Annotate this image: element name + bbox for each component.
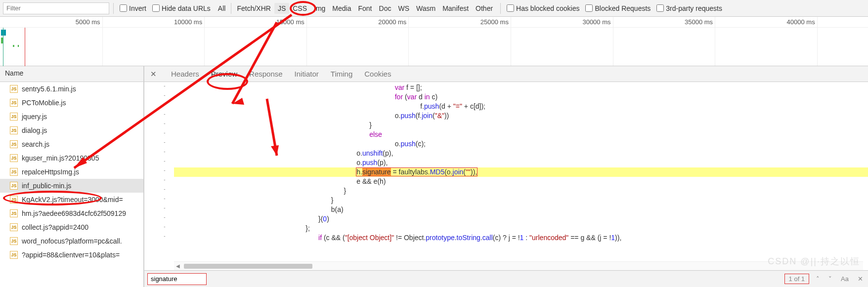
preview-code-area[interactable]: ----------------- var f = []; for (var d… xyxy=(144,82,868,270)
type-filter-doc[interactable]: Doc xyxy=(376,3,395,14)
search-count: 1 of 1 xyxy=(784,274,810,284)
js-file-icon: JS xyxy=(10,237,18,245)
fold-icon[interactable]: - xyxy=(162,167,168,173)
request-name: dialog.js xyxy=(22,126,47,134)
request-row[interactable]: JSjquery.js xyxy=(0,110,143,123)
fold-icon[interactable]: - xyxy=(162,158,168,164)
fold-icon[interactable]: - xyxy=(162,102,168,107)
request-row[interactable]: JSword_nofocus?platform=pc&call. xyxy=(0,234,143,248)
fold-icon[interactable]: - xyxy=(162,214,168,220)
close-icon[interactable]: ✕ xyxy=(147,68,159,80)
request-row[interactable]: JSkguser_min.js?20190305 xyxy=(0,151,143,165)
fold-icon[interactable]: - xyxy=(162,121,168,126)
js-file-icon: JS xyxy=(10,223,18,231)
code-line: else xyxy=(174,130,868,139)
js-file-icon: JS xyxy=(10,154,18,162)
request-row[interactable]: JSdialog.js xyxy=(0,123,143,137)
tick-label: 35000 ms xyxy=(685,18,715,26)
request-name: inf_public-min.js xyxy=(22,182,71,190)
fold-icon[interactable]: - xyxy=(162,186,168,192)
type-filter-font[interactable]: Font xyxy=(355,3,376,14)
watermark: CSDN @||·持之以恒 xyxy=(768,255,860,267)
tab-initiator[interactable]: Initiator xyxy=(289,67,325,81)
hide-urls-label: Hide data URLs xyxy=(162,4,211,12)
type-filter-media[interactable]: Media xyxy=(329,3,354,14)
js-file-icon: JS xyxy=(10,113,18,121)
request-row[interactable]: JSrepalceHttpsImg.js xyxy=(0,165,143,179)
type-filter-manifest[interactable]: Manifest xyxy=(439,3,472,14)
separator xyxy=(113,3,114,14)
timeline-overview[interactable]: 5000 ms10000 ms15000 ms20000 ms25000 ms3… xyxy=(0,17,868,66)
type-filter-fetchxhr[interactable]: Fetch/XHR xyxy=(233,3,274,14)
search-prev-icon[interactable]: ˄ xyxy=(814,274,822,284)
invert-checkbox[interactable]: Invert xyxy=(118,4,148,12)
request-name: hm.js?aedee6983d4cfc62f509129 xyxy=(22,209,126,217)
request-row[interactable]: JSPCToMoblie.js xyxy=(0,96,143,110)
tab-response[interactable]: Response xyxy=(243,67,289,81)
match-case-button[interactable]: Aa xyxy=(839,274,851,284)
label: Has blocked cookies xyxy=(516,4,579,12)
js-file-icon: JS xyxy=(10,99,18,107)
tab-preview[interactable]: Preview xyxy=(205,67,243,81)
type-filter-ws[interactable]: WS xyxy=(394,3,413,14)
fold-icon[interactable]: - xyxy=(162,233,168,239)
request-name: collect.js?appid=2400 xyxy=(22,223,88,231)
code-body: var f = []; for (var d in c) f.push(d + … xyxy=(174,82,868,261)
fold-icon[interactable]: - xyxy=(162,177,168,182)
code-line: } xyxy=(174,121,868,130)
timeline-bar xyxy=(13,45,14,47)
timeline-ruler: 5000 ms10000 ms15000 ms20000 ms25000 ms3… xyxy=(0,17,868,28)
fold-icon[interactable]: - xyxy=(162,83,168,88)
code-line: o.push(c); xyxy=(174,139,868,149)
tab-cookies[interactable]: Cookies xyxy=(358,67,397,81)
request-row[interactable]: JSKgAckV2.js?timeout=3000&mid= xyxy=(0,193,143,206)
search-next-icon[interactable]: ˅ xyxy=(826,274,834,284)
tick-label: 30000 ms xyxy=(582,18,612,26)
close-search-icon[interactable]: ✕ xyxy=(856,274,865,284)
scroll-thumb[interactable] xyxy=(184,264,312,269)
type-filter-css[interactable]: CSS xyxy=(289,3,310,14)
search-input[interactable] xyxy=(147,273,207,285)
network-toolbar: Invert Hide data URLs AllFetch/XHRJSCSSI… xyxy=(0,0,868,17)
fold-icon[interactable]: - xyxy=(162,205,168,210)
type-filter-wasm[interactable]: Wasm xyxy=(413,3,439,14)
timeline-marker xyxy=(1,30,6,36)
fold-icon[interactable]: - xyxy=(162,149,168,154)
fold-icon[interactable]: - xyxy=(162,92,168,98)
js-file-icon: JS xyxy=(10,251,18,259)
scroll-left-icon[interactable]: ◀ xyxy=(174,262,182,270)
name-column-header[interactable]: Name xyxy=(0,66,143,82)
horizontal-scrollbar[interactable]: ◀ xyxy=(174,261,863,270)
blocked-requests-checkbox[interactable]: Blocked Requests xyxy=(583,4,652,12)
request-row[interactable]: JS?appid=88&clientver=10&plats= xyxy=(0,248,143,262)
js-file-icon: JS xyxy=(10,126,18,134)
request-row[interactable]: JSsentry5.6.1.min.js xyxy=(0,82,143,96)
request-row[interactable]: JScollect.js?appid=2400 xyxy=(0,220,143,234)
third-party-checkbox[interactable]: 3rd-party requests xyxy=(654,4,724,12)
filter-input[interactable] xyxy=(3,2,109,14)
tick-label: 15000 ms xyxy=(276,18,306,26)
type-filter-all[interactable]: All xyxy=(215,3,229,14)
code-line: f.push(d + "=" + c[d]); xyxy=(174,102,868,111)
fold-icon[interactable]: - xyxy=(162,130,168,135)
fold-icon[interactable]: - xyxy=(162,196,168,201)
type-filter-img[interactable]: Img xyxy=(310,3,329,14)
fold-icon[interactable]: - xyxy=(162,139,168,145)
fold-icon[interactable]: - xyxy=(162,111,168,117)
fold-icon[interactable]: - xyxy=(162,224,168,229)
blocked-cookies-checkbox[interactable]: Has blocked cookies xyxy=(505,4,581,12)
hide-data-urls-checkbox[interactable]: Hide data URLs xyxy=(150,4,213,12)
request-row[interactable]: JSsearch.js xyxy=(0,137,143,151)
tab-headers[interactable]: Headers xyxy=(165,67,205,81)
request-name: KgAckV2.js?timeout=3000&mid= xyxy=(22,196,123,204)
request-row[interactable]: JSinf_public-min.js xyxy=(0,179,143,193)
timeline-line xyxy=(3,28,3,66)
tab-timing[interactable]: Timing xyxy=(325,67,358,81)
type-filter-other[interactable]: Other xyxy=(472,3,496,14)
request-name: ?appid=88&clientver=10&plats= xyxy=(22,251,120,259)
code-line: } xyxy=(174,186,868,196)
request-list[interactable]: JSsentry5.6.1.min.jsJSPCToMoblie.jsJSjqu… xyxy=(0,82,143,287)
type-filter-js[interactable]: JS xyxy=(274,3,289,14)
type-filter-bar: AllFetch/XHRJSCSSImgMediaFontDocWSWasmMa… xyxy=(215,3,496,14)
request-row[interactable]: JShm.js?aedee6983d4cfc62f509129 xyxy=(0,206,143,220)
